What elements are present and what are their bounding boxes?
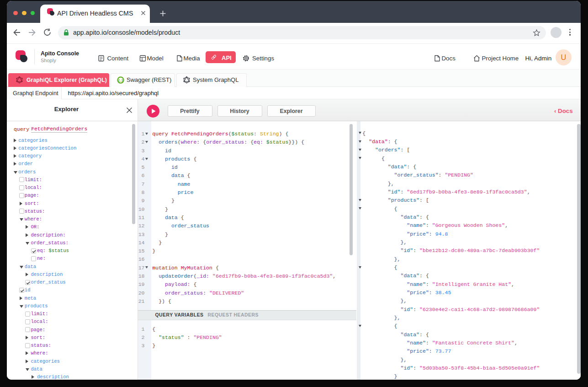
- svg-text:{..}: {..}: [118, 78, 123, 82]
